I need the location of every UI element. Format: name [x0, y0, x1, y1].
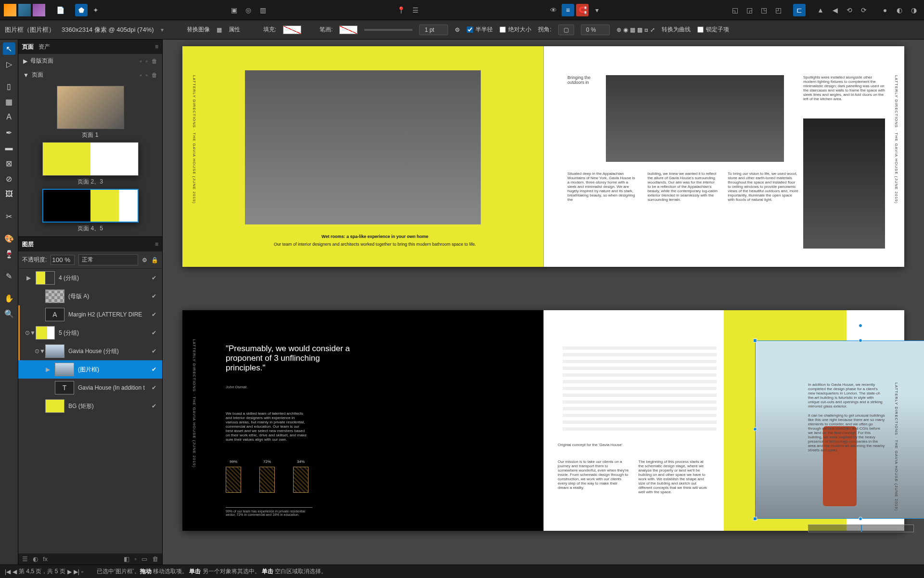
fit-6-icon[interactable]: ⤢ — [650, 26, 655, 33]
layer-toggle[interactable]: ▶ — [44, 366, 51, 373]
page-del-icon[interactable]: 🗑 — [152, 72, 157, 79]
master-pages-row[interactable]: ▶母版页面 ▫▫🗑 — [18, 54, 162, 68]
zoom-tool[interactable]: 🔍 — [3, 307, 15, 320]
photo-persona-icon[interactable] — [33, 4, 45, 16]
publisher-persona-icon[interactable] — [4, 4, 16, 16]
preflight-icon[interactable]: ⬟ — [75, 4, 88, 16]
layer-group-icon[interactable]: ▭ — [141, 555, 147, 563]
addon-icon[interactable]: ✦ — [90, 4, 102, 16]
spread-2-3[interactable]: LATTERLY DIRECTIONS · THE GAVIA HOUSE (J… — [182, 46, 904, 267]
layer-fx-icon[interactable]: fx — [43, 555, 48, 563]
props-icon[interactable]: ▦ — [217, 26, 222, 33]
page-dup-icon[interactable]: ▫ — [146, 72, 148, 79]
layer-new-icon[interactable]: ▫ — [134, 555, 137, 563]
nav-last-icon[interactable]: ▶| — [74, 568, 79, 575]
visibility-check-icon[interactable]: ✔ — [152, 293, 159, 300]
layer-toggle[interactable]: ▶ — [25, 275, 32, 281]
rotate-cw-icon[interactable]: ⟳ — [858, 4, 870, 16]
layer-toggle[interactable]: ⊙▼ — [35, 348, 41, 355]
abs-size-checkbox[interactable]: 绝对大小 — [500, 26, 531, 34]
nav-prev-icon[interactable]: ◀ — [13, 568, 17, 575]
corner-type[interactable]: ▢ — [558, 25, 574, 35]
layer-lock-icon[interactable]: 🔒 — [151, 257, 158, 263]
eyedropper-tool[interactable]: ✎ — [3, 270, 15, 282]
layer-row[interactable]: (母版 A) ✔ — [18, 287, 162, 305]
page-thumb-2-3[interactable]: 页面 2、3 — [42, 142, 139, 186]
visibility-check-icon[interactable]: ✔ — [152, 366, 159, 373]
s1-image[interactable] — [245, 70, 481, 224]
masterpage-icon-2[interactable]: ▫ — [146, 58, 148, 65]
visibility-check-icon[interactable]: ✔ — [152, 348, 159, 355]
fit-3-icon[interactable]: ▦ — [630, 26, 635, 33]
fill-tool[interactable]: 🎨 — [3, 232, 15, 245]
visibility-check-icon[interactable]: ✔ — [152, 311, 159, 318]
rectangle-tool[interactable]: ▬ — [3, 142, 15, 154]
layer-delete-icon[interactable]: 🗑 — [152, 555, 158, 563]
s2-image-1[interactable] — [606, 75, 784, 162]
page-thumb-1[interactable]: 页面 1 — [57, 86, 124, 139]
artistic-text-tool[interactable]: A — [3, 111, 15, 123]
visibility-check-icon[interactable]: ✔ — [152, 275, 159, 281]
arrange-backward-icon[interactable]: ◲ — [743, 4, 756, 16]
layers-stack-icon[interactable]: ☰ — [22, 555, 28, 563]
pages-row[interactable]: ▼页面 ▫▫🗑 — [18, 68, 162, 82]
viewmode-3-icon[interactable]: ▥ — [257, 4, 269, 16]
visibility-check-icon[interactable]: ✔ — [152, 384, 159, 391]
node-tool[interactable]: ▷ — [3, 58, 15, 70]
arrange-forward-icon[interactable]: ◳ — [757, 4, 770, 16]
image-frame-slider[interactable] — [808, 525, 914, 532]
page-navigator[interactable]: |◀ ◀ 第 4,5 页，共 5 页 ▶ ▶| ▫ — [5, 567, 83, 576]
blend-mode-select[interactable]: 正常 — [78, 254, 138, 265]
fill-swatch[interactable] — [283, 26, 301, 34]
layer-row[interactable]: BG (矩形) ✔ — [18, 397, 162, 415]
bool-int-icon[interactable]: ◑ — [908, 4, 920, 16]
canvas-area[interactable]: LATTERLY DIRECTIONS · THE GAVIA HOUSE (J… — [163, 39, 924, 565]
hand-tool[interactable]: ✋ — [3, 292, 15, 304]
pin-icon[interactable]: 📍 — [395, 4, 407, 16]
viewmode-1-icon[interactable]: ▣ — [228, 4, 240, 16]
layer-row[interactable]: ⊙▼ Gavia House (分组) ✔ — [18, 342, 162, 360]
bool-sub-icon[interactable]: ◐ — [893, 4, 906, 16]
page-thumb-4-5[interactable]: 页面 4、5 — [42, 189, 139, 233]
layer-row[interactable]: ▶ (图片框) ✔ — [18, 360, 162, 379]
stroke-swatch[interactable] — [339, 26, 358, 34]
designer-persona-icon[interactable] — [18, 4, 31, 16]
tab-pages[interactable]: 页面 — [22, 43, 34, 51]
half-radius-checkbox[interactable]: 半半径 — [467, 26, 493, 34]
viewmode-2-icon[interactable]: ◎ — [242, 4, 255, 16]
spread-4-5[interactable]: LATTERLY DIRECTIONS · THE GAVIA HOUSE (J… — [182, 310, 904, 531]
s2-image-2[interactable] — [803, 118, 885, 249]
arrange-back-icon[interactable]: ◱ — [729, 4, 741, 16]
layer-row[interactable]: ⊙▼ 5 (分组) ✔ — [18, 324, 162, 342]
stroke-width-input[interactable]: 1 pt — [419, 25, 448, 35]
text-frame-tool[interactable]: ▯ — [3, 80, 15, 92]
page-add-icon[interactable]: ▫ — [140, 72, 141, 79]
snapopts-icon[interactable]: ▾ — [590, 4, 603, 16]
stroke-width-slider[interactable] — [364, 29, 412, 31]
nav-next-icon[interactable]: ▶ — [67, 568, 72, 575]
opacity-input[interactable] — [51, 255, 75, 265]
rotate-ccw-icon[interactable]: ⟲ — [843, 4, 856, 16]
table-tool[interactable]: ▦ — [3, 95, 15, 108]
place-image-tool[interactable]: 🖼 — [3, 188, 15, 200]
panel-menu-icon[interactable]: ≡ — [155, 43, 158, 50]
visibility-check-icon[interactable]: ✔ — [152, 403, 159, 409]
s4-sketch[interactable] — [558, 339, 721, 435]
layer-toggle[interactable]: ⊙▼ — [25, 329, 32, 336]
arrange-front-icon[interactable]: ◰ — [772, 4, 784, 16]
corner-val[interactable]: 0 % — [581, 25, 610, 35]
replace-image-button[interactable]: 替换图像 — [187, 26, 210, 34]
layer-row[interactable]: A Margin H2 (LATTERLY DIRE ✔ — [18, 305, 162, 324]
lock-children-checkbox[interactable]: 锁定子项 — [697, 26, 729, 34]
gear-icon[interactable]: ⚙ — [455, 26, 460, 33]
ellipse-tool[interactable]: ⊘ — [3, 172, 15, 185]
preview-icon[interactable]: 👁 — [547, 4, 560, 16]
masterpage-icon-1[interactable]: ▫ — [140, 58, 141, 65]
layer-gear-icon[interactable]: ⚙ — [142, 257, 147, 263]
picture-frame-tool[interactable]: ⊠ — [3, 157, 15, 170]
fit-4-icon[interactable]: ▩ — [637, 26, 642, 33]
transparency-tool[interactable]: 🍷 — [3, 248, 15, 260]
snap-icon[interactable]: 🧲 — [576, 4, 589, 16]
pen-tool[interactable]: ✒ — [3, 126, 15, 139]
nav-list-icon[interactable]: ▫ — [81, 568, 83, 575]
